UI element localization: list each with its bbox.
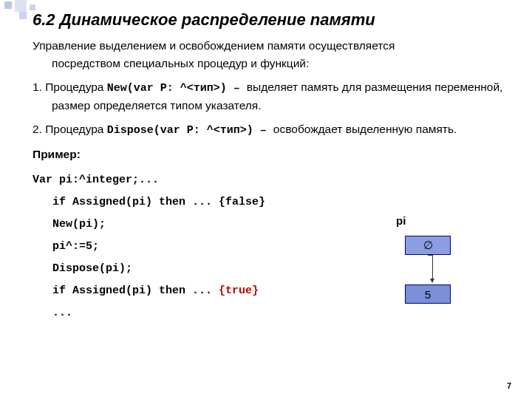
code-l1a: Var pi:^integer; (33, 174, 139, 186)
list-item-1: 1. Процедура New(var P: ^<тип>) – выделя… (33, 78, 511, 115)
item1-code: New(var P: ^<тип>) (107, 82, 227, 95)
code-l2-false: {false} (219, 196, 265, 208)
diagram-label: pi (396, 214, 488, 227)
item1-prefix: 1. Процедура (33, 81, 107, 93)
code-l3: New(pi); (33, 218, 106, 231)
item2-rest: освобождает выделенную память. (273, 123, 457, 135)
code-l5: Dispose(pi); (33, 262, 132, 275)
intro-paragraph: Управление выделением и освобождением па… (33, 37, 511, 72)
page-number: 7 (507, 381, 511, 390)
corner-decoration (0, 0, 44, 18)
pointer-diagram: pi ∅ 5 (392, 214, 488, 304)
intro-line2: посредством специальных процедур и функц… (52, 57, 309, 69)
code-l4: pi^:=5; (33, 240, 99, 253)
diagram-box-bottom: 5 (405, 284, 451, 304)
item2-prefix: 2. Процедура (33, 123, 107, 135)
list-item-2: 2. Процедура Dispose(var P: ^<тип>) – ос… (33, 120, 511, 139)
code-l1b: ... (139, 174, 159, 186)
diagram-box-top: ∅ (405, 236, 451, 255)
item2-code: Dispose(var P: ^<тип>) (107, 124, 253, 137)
code-l2: if Assigned(pi) then ... (33, 196, 219, 208)
diagram-bottom-value: 5 (425, 288, 431, 301)
item2-dash: – (253, 124, 273, 137)
intro-line1: Управление выделением и освобождением па… (33, 39, 395, 52)
diagram-top-value: ∅ (423, 239, 433, 252)
item1-dash: – (227, 82, 247, 95)
example-label: Пример: (33, 146, 511, 163)
code-l6: if Assigned(pi) then ... (33, 284, 219, 297)
code-l7: ... (33, 307, 72, 319)
section-title: 6.2 Динамическое распределение памяти (33, 10, 511, 30)
code-l6-true: {true} (219, 284, 259, 297)
diagram-arrow (405, 255, 451, 284)
